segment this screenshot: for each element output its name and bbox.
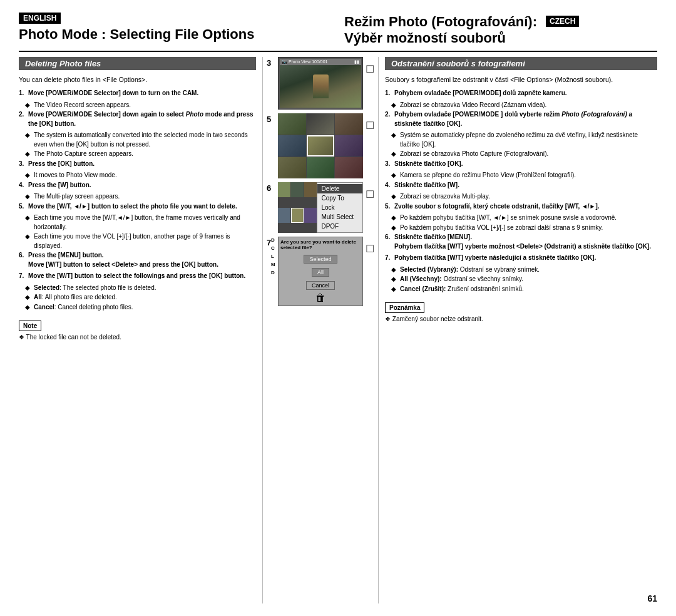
menu-dpof[interactable]: DPOF	[317, 222, 362, 231]
step-5-img-container	[278, 113, 363, 178]
step-6-img-row: 6 Delete	[267, 182, 374, 233]
step-5-img-label: 5	[267, 113, 275, 124]
step-6-img-container: Delete Copy To Lock Multi Select DPOF	[278, 182, 363, 233]
step-2-b2-text: The Photo Capture screen appears.	[34, 150, 133, 159]
right-step-4-b1-text: Zobrazí se obrazovka Multi-play.	[400, 192, 490, 202]
step-5-img-row: 5 ☐	[267, 113, 374, 178]
right-step-3-b1-text: Kamera se přepne do režimu Photo View (P…	[400, 171, 576, 180]
btn-selected[interactable]: Selected	[304, 255, 337, 264]
right-intro: Soubory s fotografiemi lze odstranit v č…	[385, 75, 657, 85]
right-step-7-b2: ◆ All (Všechny): Odstraní se všechny sní…	[391, 275, 657, 284]
step-3-img-row: 3 📷 Photo View 100/001 ▮▮ ☐	[267, 57, 374, 110]
label-d: D	[271, 237, 275, 243]
step-7-b1-text: Selected: The selected photo file is del…	[34, 284, 156, 293]
page-title-right: Režim Photo (Fotografování): CZECH Výběr…	[344, 14, 657, 47]
mini-cell-3	[304, 182, 317, 197]
btn-cancel[interactable]: Cancel	[306, 281, 335, 290]
right-step-3: 3. Stiskněte tlačítko [OK].	[385, 160, 657, 169]
right-step-6: 6. Stiskněte tlačítko [MENU].Pohybem tla…	[385, 233, 657, 251]
photo-cell-1	[278, 113, 306, 135]
menu-copy-to[interactable]: Copy To	[317, 193, 362, 203]
label-m: M	[271, 262, 275, 267]
step-3-img-label: 3	[267, 57, 275, 68]
step-3-b1-text: It moves to Photo View mode.	[34, 171, 117, 180]
note-label: Note	[23, 322, 37, 329]
mini-cell-2	[291, 182, 304, 197]
step-3-text: Press the [OK] button.	[28, 160, 95, 169]
dialog-left: Are you sure you want to delete selected…	[280, 239, 361, 252]
mini-cell-4	[278, 208, 290, 223]
czech-title-line1: Režim Photo (Fotografování):	[344, 14, 537, 29]
screen-icon: 📷 Photo View 100/001	[282, 59, 327, 64]
page-header: ENGLISH Photo Mode : Selecting File Opti…	[19, 13, 657, 52]
right-step-5-text: Zvolte soubor s fotografií, který chcete…	[394, 202, 600, 212]
right-step-5-b1-text: Po každém pohybu tlačítka [W/T, ◄/►] se …	[400, 213, 617, 223]
right-header: Režim Photo (Fotografování): CZECH Výběr…	[332, 13, 657, 47]
step-6-display: Delete Copy To Lock Multi Select DPOF	[278, 182, 363, 233]
step-3-img-container: 📷 Photo View 100/001 ▮▮	[278, 57, 363, 110]
menu-multi-select[interactable]: Multi Select	[317, 212, 362, 222]
czech-badge: CZECH	[546, 16, 579, 27]
right-step-7-text: Pohybem tlačítka [W/T] vyberte následují…	[394, 254, 596, 263]
right-step-4-num: 4.	[385, 181, 392, 190]
step-1-num: 1.	[19, 89, 26, 98]
right-step-3-num: 3.	[385, 160, 392, 169]
step-7-text: Move the [W/T] button to select the foll…	[28, 272, 245, 281]
step-6-side-icon: ☐	[366, 182, 374, 200]
step-7-num: 7.	[19, 272, 26, 281]
dialog-content: Are you sure you want to delete selected…	[280, 239, 361, 252]
right-step-1-b1: ◆ Zobrazí se obrazovka Video Record (Záz…	[391, 101, 657, 110]
content-area: Deleting Photo files You can delete phot…	[19, 57, 657, 603]
step-4-b1-text: The Multi-play screen appears.	[34, 192, 120, 202]
right-step-1: 1. Pohybem ovladače [POWER/MODE] dolů za…	[385, 89, 657, 98]
menu-lock[interactable]: Lock	[317, 203, 362, 212]
photo-cell-9	[335, 157, 363, 178]
center-panel: 3 📷 Photo View 100/001 ▮▮ ☐	[263, 57, 379, 603]
screen-bar-3: 📷 Photo View 100/001 ▮▮	[280, 59, 361, 65]
step-6-img-label: 6	[267, 182, 275, 193]
step-6: 6. Press the [MENU] button.Move [W/T] bu…	[19, 251, 256, 269]
step-3-screen: 📷 Photo View 100/001 ▮▮	[278, 57, 363, 110]
right-step-4-b1: ◆ Zobrazí se obrazovka Multi-play.	[391, 192, 657, 202]
step-7-bullet-2: ◆ All: All photo files are deleted.	[25, 293, 256, 302]
right-step-5: 5. Zvolte soubor s fotografií, který chc…	[385, 202, 657, 212]
trash-icon: 🗑	[280, 292, 361, 304]
photo-cell-5-selected	[307, 135, 335, 157]
right-step-3-text: Stiskněte tlačítko [OK].	[394, 160, 463, 169]
page: ENGLISH Photo Mode : Selecting File Opti…	[0, 0, 676, 616]
mini-cell-1	[278, 182, 290, 197]
dialog-buttons: Selected All Cancel	[280, 252, 361, 291]
step-7-side-icon: ☐	[366, 237, 374, 255]
menu-delete[interactable]: Delete	[317, 184, 362, 193]
photo-cell-3	[335, 113, 363, 135]
left-steps: 1. Move [POWER/MODE Selector] down to tu…	[19, 89, 256, 312]
step-7-img-container: D C L M D Are you sure you want to delet…	[278, 237, 363, 306]
right-step-5-b2-text: Po každém pohybu tlačítka VOL [+]/[-] se…	[400, 223, 603, 233]
right-step-2-b1: ◆ Systém se automaticky přepne do zvolen…	[391, 131, 657, 149]
photo-cell-6	[335, 135, 363, 157]
right-note-area: Poznámka Zamčený soubor nelze odstranit.	[385, 299, 657, 322]
right-note-label: Poznámka	[389, 304, 420, 311]
step-1-bullet-1: ◆ The Video Record screen appears.	[25, 101, 256, 110]
right-step-7-b2-text: All (Všechny): Odstraní se všechny snímk…	[400, 275, 523, 284]
right-step-1-text: Pohybem ovladače [POWER/MODE] dolů zapně…	[394, 89, 567, 98]
step-5-bullet-2: ◆ Each time you move the VOL [+]/[-] but…	[25, 232, 256, 250]
right-step-6-num: 6.	[385, 233, 392, 251]
right-step-7: 7. Pohybem tlačítka [W/T] vyberte násled…	[385, 254, 657, 263]
right-step-2-text: Pohybem ovladače [POWER/MODE ] dolů vybe…	[394, 110, 657, 128]
step-3-side-icon: ☐	[366, 57, 374, 75]
person-silhouette	[313, 74, 329, 98]
right-panel: Odstranění souborů s fotografiemi Soubor…	[379, 57, 657, 603]
photo-cell-8	[307, 157, 335, 178]
btn-all[interactable]: All	[312, 268, 329, 277]
step-2: 2. Move [POWER/MODE Selector] down again…	[19, 110, 256, 128]
step-6-mini-grid	[278, 182, 317, 233]
step-1: 1. Move [POWER/MODE Selector] down to tu…	[19, 89, 256, 98]
step-2-b1-text: The system is automatically converted in…	[34, 131, 256, 149]
step-4-text: Press the [W] button.	[28, 181, 91, 190]
right-step-7-b1-text: Selected (Vybraný): Odstraní se vybraný …	[400, 265, 540, 275]
step-6-num: 6.	[19, 251, 26, 269]
label-l: L	[271, 254, 275, 259]
right-step-2-num: 2.	[385, 110, 392, 128]
dialog-question: Are you sure you want to delete selected…	[280, 239, 361, 250]
